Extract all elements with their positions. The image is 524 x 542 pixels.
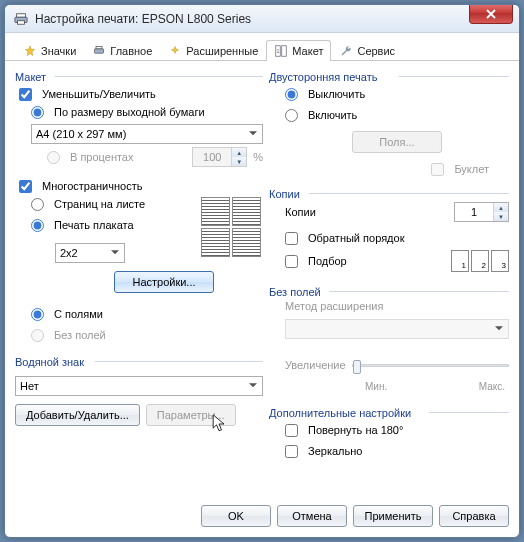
multipage-label: Многостраничность [42, 180, 142, 192]
duplex-off-radio[interactable] [285, 88, 298, 101]
tab-advanced[interactable]: Расширенные [160, 40, 266, 61]
tab-shortcuts[interactable]: Значки [15, 40, 84, 61]
fit-to-page-radio[interactable] [31, 106, 44, 119]
duplex-on-radio[interactable] [285, 109, 298, 122]
printer-icon [92, 44, 106, 58]
reduce-enlarge-label: Уменьшить/Увеличить [42, 88, 156, 100]
tab-label: Значки [41, 45, 76, 57]
enlargement-label: Увеличение [285, 359, 346, 371]
group-layout-title: Макет [15, 67, 263, 85]
tab-service[interactable]: Сервис [331, 40, 403, 61]
svg-rect-0 [17, 13, 26, 17]
tab-label: Главное [110, 45, 152, 57]
duplex-on-label: Включить [308, 109, 357, 121]
multipage-settings-button[interactable]: Настройки... [114, 271, 214, 293]
spin-down: ▼ [232, 157, 246, 166]
watermark-params-button: Параметры... [146, 404, 236, 426]
collate-checkbox[interactable] [285, 255, 298, 268]
layout-icon: 1 [274, 44, 288, 58]
expansion-method-select [285, 319, 509, 339]
mirror-checkbox[interactable] [285, 445, 298, 458]
multipage-checkbox[interactable] [19, 180, 32, 193]
pages-per-sheet-label: Страниц на листе [54, 198, 145, 210]
titlebar[interactable]: Настройка печати: EPSON L800 Series [5, 5, 519, 33]
svg-rect-6 [282, 46, 287, 57]
group-borderless-title: Без полей [269, 282, 509, 300]
sparkle-icon [168, 44, 182, 58]
paper-size-select[interactable]: A4 (210 x 297 мм) [31, 124, 263, 144]
star-icon [23, 44, 37, 58]
copies-label: Копии [285, 206, 335, 218]
help-button[interactable]: Справка [439, 505, 509, 527]
spin-down[interactable]: ▼ [494, 212, 508, 221]
with-borders-label: С полями [54, 308, 103, 320]
copies-input[interactable] [455, 203, 493, 221]
dialog-buttons: OK Отмена Применить Справка [5, 497, 519, 537]
watermark-add-remove-button[interactable]: Добавить/Удалить... [15, 404, 140, 426]
group-watermark-title: Водяной знак [15, 352, 263, 370]
printer-icon [13, 11, 29, 27]
booklet-checkbox [431, 163, 444, 176]
expansion-method-label: Метод расширения [285, 300, 509, 312]
reverse-order-label: Обратный порядок [308, 232, 404, 244]
rotate-180-label: Повернуть на 180° [308, 424, 403, 436]
booklet-label: Буклет [454, 163, 489, 175]
duplex-margins-button: Поля... [352, 131, 442, 153]
collate-preview: 1 2 3 [451, 250, 509, 272]
with-borders-radio[interactable] [31, 308, 44, 321]
percent-input [193, 148, 231, 166]
percent-radio[interactable] [47, 151, 60, 164]
window-title: Настройка печати: EPSON L800 Series [35, 12, 251, 26]
tab-label: Сервис [357, 45, 395, 57]
percent-suffix: % [253, 151, 263, 163]
tab-label: Расширенные [186, 45, 258, 57]
fit-to-page-label: По размеру выходной бумаги [54, 106, 205, 118]
spin-up[interactable]: ▲ [494, 203, 508, 212]
reverse-order-checkbox[interactable] [285, 232, 298, 245]
collate-label: Подбор [308, 255, 347, 267]
poster-label: Печать плаката [54, 219, 134, 231]
poster-radio[interactable] [31, 219, 44, 232]
svg-rect-4 [96, 47, 102, 49]
apply-button[interactable]: Применить [353, 505, 433, 527]
ok-button[interactable]: OK [201, 505, 271, 527]
poster-size-select[interactable]: 2x2 [55, 243, 125, 263]
spin-up: ▲ [232, 148, 246, 157]
tab-main[interactable]: Главное [84, 40, 160, 61]
slider-min-label: Мин. [365, 381, 387, 392]
tab-label: Макет [292, 45, 323, 57]
group-extra-title: Дополнительные настройки [269, 403, 509, 421]
reduce-enlarge-checkbox[interactable] [19, 88, 32, 101]
tab-layout[interactable]: 1 Макет [266, 40, 331, 61]
group-duplex-title: Двусторонняя печать [269, 67, 509, 85]
percent-label: В процентах [70, 151, 134, 163]
svg-text:1: 1 [277, 48, 280, 54]
group-copies-title: Копии [269, 184, 509, 202]
cancel-button[interactable]: Отмена [277, 505, 347, 527]
poster-preview [199, 195, 263, 259]
pages-per-sheet-radio[interactable] [31, 198, 44, 211]
wrench-icon [339, 44, 353, 58]
tab-content: Макет Уменьшить/Увеличить По размеру вых… [5, 61, 519, 497]
close-button[interactable] [469, 4, 513, 24]
tab-bar: Значки Главное Расширенные 1 Макет Серви… [5, 33, 519, 61]
mirror-label: Зеркально [308, 445, 362, 457]
rotate-180-checkbox[interactable] [285, 424, 298, 437]
watermark-select[interactable]: Нет [15, 376, 263, 396]
svg-rect-2 [18, 20, 25, 24]
print-settings-window: Настройка печати: EPSON L800 Series Знач… [4, 4, 520, 538]
borderless-label: Без полей [54, 329, 106, 341]
duplex-off-label: Выключить [308, 88, 365, 100]
slider-max-label: Макс. [479, 381, 505, 392]
svg-rect-3 [95, 49, 104, 54]
borderless-radio [31, 329, 44, 342]
enlargement-slider [352, 364, 509, 367]
